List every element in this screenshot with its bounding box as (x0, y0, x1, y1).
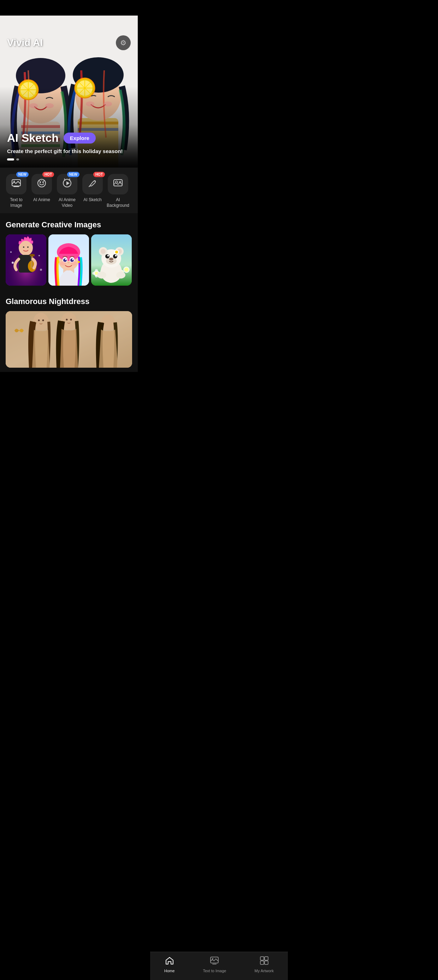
svg-point-59 (12, 262, 14, 264)
new-badge-text-to-image: NEW (16, 172, 29, 177)
feature-label-ai-anime-video: AI Anime Video (56, 197, 78, 208)
hot-badge-ai-sketch: HOT (93, 172, 105, 177)
carousel-dot-inactive[interactable] (16, 158, 19, 161)
carousel-dot-active[interactable] (7, 158, 14, 161)
feature-label-ai-anime: AI Anime (33, 197, 50, 203)
svg-point-115 (42, 320, 44, 321)
svg-point-91 (92, 272, 95, 275)
feature-item-ai-anime-video[interactable]: NEW AI Anime Video (54, 174, 80, 208)
svg-point-108 (116, 272, 125, 278)
ai-background-icon (113, 178, 123, 191)
ai-anime-video-icon (62, 178, 72, 191)
explore-button[interactable]: Explore (63, 132, 96, 143)
generate-section-title: Generate Creative Images (6, 220, 132, 229)
grid-item-anime-girl[interactable] (48, 234, 89, 286)
feature-item-ai-sketch[interactable]: HOT AI Sketch (80, 174, 105, 208)
svg-rect-55 (30, 254, 35, 256)
svg-point-86 (124, 267, 129, 272)
feature-item-text-to-image[interactable]: NEW Text to Image (3, 174, 29, 208)
feature-item-ai-background[interactable]: AI Background (105, 174, 131, 208)
status-bar (0, 0, 138, 16)
svg-point-106 (115, 251, 118, 253)
svg-point-104 (115, 255, 117, 257)
nightdress-banner[interactable] (6, 311, 132, 368)
svg-point-75 (71, 261, 77, 266)
feature-item-ai-anime[interactable]: HOT AI Anime (29, 174, 54, 208)
feature-label-text-to-image: Text to Image (5, 197, 27, 208)
hot-badge-ai-anime: HOT (42, 172, 54, 177)
gear-icon: ⚙ (120, 38, 127, 47)
svg-point-74 (60, 261, 67, 266)
svg-point-51 (27, 247, 29, 248)
features-row: NEW Text to Image HOT (0, 167, 138, 213)
ai-anime-icon (37, 178, 47, 191)
grid-item-bear-flowers[interactable] (91, 234, 132, 286)
nightdress-section-title: Glamorous Nightdress (6, 297, 132, 306)
hero-subtitle: Create the perfect gift for this holiday… (7, 148, 131, 154)
svg-point-114 (38, 320, 40, 321)
svg-point-41 (64, 179, 66, 181)
svg-point-96 (101, 249, 106, 254)
svg-rect-35 (13, 186, 19, 187)
app-title: Vivid AI (7, 37, 43, 48)
svg-point-61 (10, 251, 12, 253)
svg-point-60 (38, 255, 40, 256)
generate-section: Generate Creative Images (0, 213, 138, 290)
svg-point-40 (68, 179, 70, 181)
svg-point-89 (95, 269, 98, 272)
hero-feature-title: AI Sketch (7, 132, 59, 145)
feature-label-ai-background: AI Background (107, 197, 129, 208)
svg-point-73 (72, 259, 73, 260)
svg-point-76 (57, 261, 59, 263)
svg-point-50 (23, 247, 24, 248)
svg-point-49 (19, 241, 32, 255)
svg-point-107 (97, 272, 106, 278)
nightdress-section: Glamorous Nightdress (0, 290, 138, 372)
svg-point-101 (105, 254, 110, 258)
settings-button[interactable]: ⚙ (116, 35, 131, 50)
svg-point-100 (109, 258, 113, 261)
svg-point-34 (13, 181, 15, 182)
feature-label-ai-sketch: AI Sketch (83, 197, 102, 203)
svg-point-116 (66, 319, 68, 321)
svg-point-77 (78, 261, 80, 263)
ai-sketch-icon (87, 178, 97, 191)
svg-point-117 (70, 319, 72, 321)
svg-point-103 (107, 255, 109, 257)
new-badge-ai-anime-video: NEW (67, 172, 79, 177)
image-grid (6, 234, 132, 286)
svg-point-102 (113, 254, 117, 258)
svg-point-62 (40, 269, 42, 271)
svg-rect-42 (114, 180, 122, 186)
text-to-image-icon (11, 178, 21, 191)
grid-item-punk-guitar[interactable] (6, 234, 46, 286)
svg-point-38 (42, 182, 44, 183)
svg-point-37 (40, 182, 41, 183)
svg-point-111 (33, 313, 49, 331)
hero-banner: Vivid AI ⚙ AI Sketch Explore Create the … (0, 16, 138, 167)
svg-point-72 (65, 259, 67, 260)
